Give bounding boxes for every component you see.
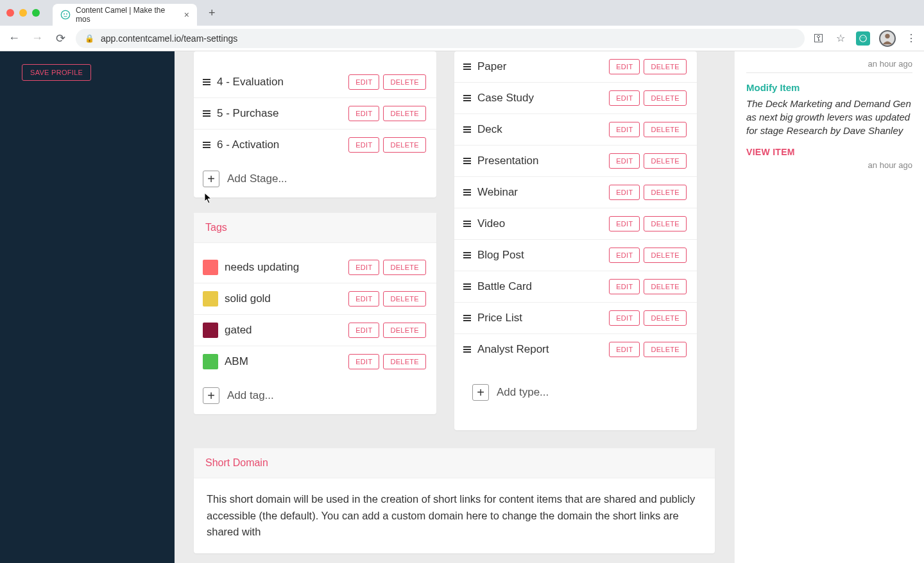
edit-button[interactable]: EDIT [348, 323, 379, 338]
delete-button[interactable]: DELETE [644, 185, 687, 200]
type-label: Video [477, 217, 603, 230]
short-domain-title: Short Domain [194, 448, 715, 478]
drag-handle-icon[interactable] [463, 126, 471, 133]
save-profile-button[interactable]: SAVE PROFILE [22, 64, 91, 81]
add-stage-label: Add Stage... [227, 172, 287, 185]
tag-row: needs updatingEDITDELETE [194, 252, 436, 283]
kebab-menu-icon[interactable]: ⋮ [905, 32, 918, 45]
edit-button[interactable]: EDIT [609, 59, 640, 74]
delete-button[interactable]: DELETE [644, 310, 687, 326]
add-type-label: Add type... [497, 386, 549, 399]
zoom-window-icon[interactable] [32, 9, 40, 17]
activity-body: The Deck Marketing and Demand Gen as nex… [746, 97, 912, 137]
type-label: Case Study [477, 92, 603, 105]
type-label: Webinar [477, 186, 603, 199]
main-content: 4 - EvaluationEDITDELETE5 - PurchaseEDIT… [175, 51, 734, 563]
edit-button[interactable]: EDIT [348, 354, 379, 369]
tab-title: Content Camel | Make the mos [76, 6, 179, 24]
add-tag-button[interactable]: + Add tag... [194, 377, 436, 414]
delete-button[interactable]: DELETE [383, 260, 426, 275]
edit-button[interactable]: EDIT [609, 310, 640, 326]
edit-button[interactable]: EDIT [348, 260, 379, 275]
svg-point-0 [61, 10, 69, 19]
window-traffic-lights [6, 9, 40, 17]
plus-icon: + [203, 171, 219, 187]
edit-button[interactable]: EDIT [609, 153, 640, 169]
svg-point-5 [864, 37, 864, 38]
delete-button[interactable]: DELETE [644, 59, 687, 74]
drag-handle-icon[interactable] [463, 63, 471, 71]
add-type-button[interactable]: + Add type... [454, 374, 697, 411]
drag-handle-icon[interactable] [463, 94, 471, 102]
forward-button[interactable]: → [30, 31, 45, 45]
drag-handle-icon[interactable] [463, 251, 471, 259]
tag-color-swatch [203, 323, 218, 338]
url-input[interactable]: 🔒 app.contentcamel.io/team-settings [76, 29, 805, 48]
reload-button[interactable]: ⟳ [53, 31, 68, 46]
delete-button[interactable]: DELETE [383, 74, 426, 90]
type-label: Price List [477, 312, 603, 324]
key-icon[interactable]: ⚿ [812, 32, 825, 45]
stage-label: 6 - Activation [217, 139, 342, 151]
extension-icon[interactable] [856, 31, 870, 46]
edit-button[interactable]: EDIT [348, 106, 379, 121]
delete-button[interactable]: DELETE [383, 291, 426, 307]
close-window-icon[interactable] [6, 9, 14, 17]
stage-row: 6 - ActivationEDITDELETE [194, 130, 436, 160]
add-stage-button[interactable]: + Add Stage... [194, 160, 436, 197]
browser-tab[interactable]: Content Camel | Make the mos × [53, 4, 197, 26]
svg-point-4 [862, 37, 862, 38]
edit-button[interactable]: EDIT [609, 90, 640, 106]
drag-handle-icon[interactable] [463, 283, 471, 290]
back-button[interactable]: ← [6, 31, 22, 45]
drag-handle-icon[interactable] [203, 110, 210, 117]
star-icon[interactable]: ☆ [834, 32, 847, 45]
edit-button[interactable]: EDIT [348, 137, 379, 153]
delete-button[interactable]: DELETE [644, 279, 687, 294]
drag-handle-icon[interactable] [463, 220, 471, 228]
edit-button[interactable]: EDIT [609, 342, 640, 357]
edit-button[interactable]: EDIT [348, 74, 379, 90]
type-label: Paper [477, 60, 603, 73]
edit-button[interactable]: EDIT [609, 185, 640, 200]
type-row: Blog PostEDITDELETE [454, 240, 697, 271]
close-tab-icon[interactable]: × [184, 10, 189, 20]
drag-handle-icon[interactable] [203, 78, 210, 86]
stage-row: 4 - EvaluationEDITDELETE [194, 67, 436, 98]
tags-card: Tags needs updatingEDITDELETEsolid goldE… [194, 213, 436, 414]
view-item-link[interactable]: VIEW ITEM [746, 147, 795, 157]
delete-button[interactable]: DELETE [644, 342, 687, 357]
stage-label: 4 - Evaluation [217, 76, 342, 88]
delete-button[interactable]: DELETE [644, 122, 687, 137]
type-row: Analyst ReportEDITDELETE [454, 334, 697, 365]
activity-timestamp: an hour ago [746, 59, 912, 69]
edit-button[interactable]: EDIT [348, 291, 379, 307]
delete-button[interactable]: DELETE [644, 248, 687, 263]
tag-row: gatedEDITDELETE [194, 315, 436, 346]
delete-button[interactable]: DELETE [644, 216, 687, 231]
edit-button[interactable]: EDIT [609, 122, 640, 137]
plus-icon: + [472, 384, 489, 401]
drag-handle-icon[interactable] [463, 157, 471, 165]
drag-handle-icon[interactable] [463, 346, 471, 353]
delete-button[interactable]: DELETE [383, 137, 426, 153]
minimize-window-icon[interactable] [19, 9, 27, 17]
drag-handle-icon[interactable] [203, 141, 210, 149]
edit-button[interactable]: EDIT [609, 279, 640, 294]
delete-button[interactable]: DELETE [644, 153, 687, 169]
profile-avatar[interactable] [879, 30, 896, 47]
new-tab-button[interactable]: + [203, 4, 221, 22]
drag-handle-icon[interactable] [463, 189, 471, 196]
delete-button[interactable]: DELETE [644, 90, 687, 106]
stage-row: 5 - PurchaseEDITDELETE [194, 98, 436, 130]
drag-handle-icon[interactable] [463, 314, 471, 322]
delete-button[interactable]: DELETE [383, 323, 426, 338]
tag-row: ABMEDITDELETE [194, 346, 436, 377]
edit-button[interactable]: EDIT [609, 216, 640, 231]
svg-point-2 [66, 13, 67, 15]
delete-button[interactable]: DELETE [383, 106, 426, 121]
delete-button[interactable]: DELETE [383, 354, 426, 369]
type-label: Presentation [477, 155, 603, 167]
edit-button[interactable]: EDIT [609, 248, 640, 263]
stages-card: 4 - EvaluationEDITDELETE5 - PurchaseEDIT… [194, 51, 436, 197]
